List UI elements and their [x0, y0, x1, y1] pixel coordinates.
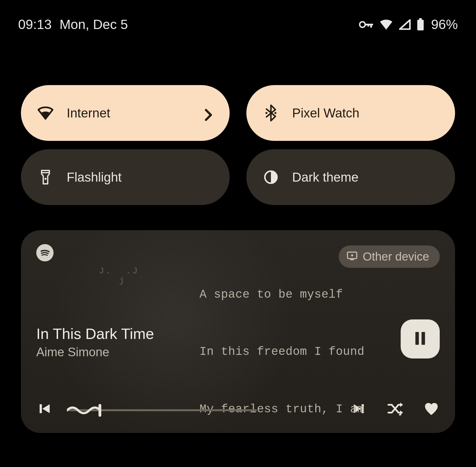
- bluetooth-icon: [263, 105, 279, 121]
- svg-point-6: [265, 112, 267, 114]
- skip-previous-icon: [38, 402, 51, 417]
- svg-rect-17: [40, 404, 42, 413]
- tile-dark-theme[interactable]: Dark theme: [246, 149, 455, 205]
- media-player-card: J. .J j A space to be myself In this fre…: [21, 230, 455, 433]
- cell-signal-icon: [399, 19, 411, 30]
- progress-played-squiggle: [67, 404, 100, 417]
- status-time: 09:13: [18, 17, 52, 32]
- tile-label: Dark theme: [292, 170, 438, 185]
- svg-rect-15: [415, 332, 419, 345]
- tile-label: Pixel Watch: [292, 105, 438, 121]
- lyric-line: In this freedom I found: [199, 342, 364, 361]
- status-icons: 96%: [359, 17, 458, 32]
- svg-rect-2: [370, 24, 372, 28]
- media-output-label: Other device: [363, 250, 429, 263]
- battery-percentage: 96%: [431, 17, 458, 32]
- wifi-icon: [38, 105, 53, 121]
- play-pause-button[interactable]: [401, 319, 440, 358]
- tile-flashlight[interactable]: Flashlight: [21, 149, 230, 205]
- heart-icon: [424, 402, 439, 417]
- dark-theme-icon: [263, 169, 279, 185]
- skip-next-icon: [352, 402, 366, 417]
- album-art-noise: J. .J j: [99, 266, 139, 285]
- svg-rect-4: [417, 20, 424, 30]
- svg-rect-13: [350, 259, 354, 260]
- vpn-key-icon: [359, 20, 374, 29]
- shuffle-icon: [387, 402, 403, 417]
- tile-label: Flashlight: [67, 170, 213, 185]
- flashlight-icon: [38, 169, 53, 185]
- tile-internet[interactable]: Internet: [21, 85, 230, 141]
- favorite-button[interactable]: [423, 401, 440, 418]
- svg-rect-5: [419, 18, 422, 20]
- progress-thumb: [98, 404, 101, 417]
- wifi-icon: [379, 19, 393, 30]
- tile-bluetooth[interactable]: Pixel Watch: [246, 85, 455, 141]
- tile-label: Internet: [67, 105, 191, 121]
- previous-track-button[interactable]: [36, 401, 53, 418]
- spotify-icon[interactable]: [36, 244, 54, 261]
- track-title: In This Dark Time: [36, 325, 154, 342]
- progress-slider[interactable]: [67, 401, 257, 418]
- svg-rect-16: [422, 332, 425, 345]
- next-track-button[interactable]: [350, 401, 367, 418]
- svg-point-8: [44, 178, 46, 180]
- status-date: Mon, Dec 5: [59, 17, 128, 32]
- media-controls: [36, 401, 440, 418]
- svg-point-14: [351, 254, 353, 256]
- quick-settings-tiles: Internet Pixel Watch Flashlight: [0, 43, 476, 216]
- chevron-right-icon: [205, 109, 213, 117]
- media-output-chip[interactable]: Other device: [339, 245, 440, 268]
- pause-icon: [414, 331, 427, 347]
- battery-icon: [417, 18, 424, 31]
- track-artist: Aime Simone: [36, 345, 154, 359]
- svg-point-7: [274, 112, 276, 114]
- svg-rect-18: [362, 404, 364, 413]
- shuffle-button[interactable]: [387, 401, 403, 418]
- svg-point-0: [360, 22, 365, 27]
- lyric-line: A space to be myself: [199, 285, 364, 304]
- status-bar: 09:13 Mon, Dec 5 9: [0, 0, 476, 43]
- svg-rect-3: [367, 24, 369, 27]
- status-left: 09:13 Mon, Dec 5: [18, 17, 128, 32]
- cast-icon: [347, 250, 358, 263]
